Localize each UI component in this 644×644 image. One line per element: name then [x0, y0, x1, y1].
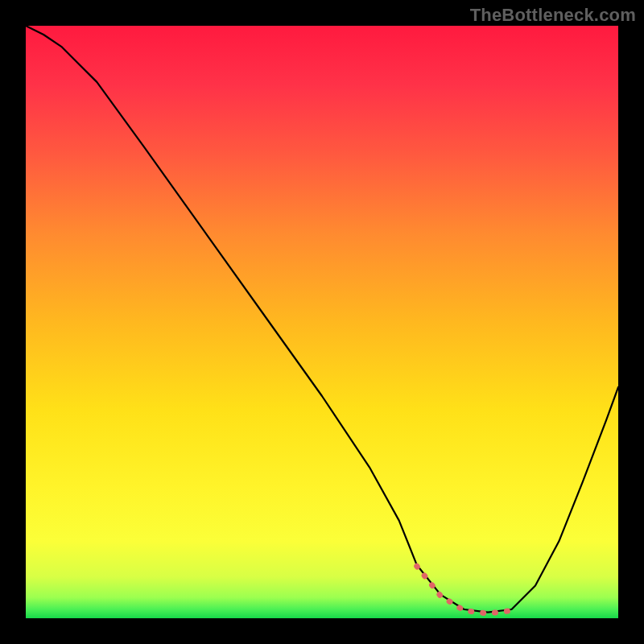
bottleneck-plot	[0, 0, 644, 644]
watermark-text: TheBottleneck.com	[470, 5, 636, 26]
chart-stage: TheBottleneck.com	[0, 0, 644, 644]
gradient-background	[26, 26, 618, 618]
